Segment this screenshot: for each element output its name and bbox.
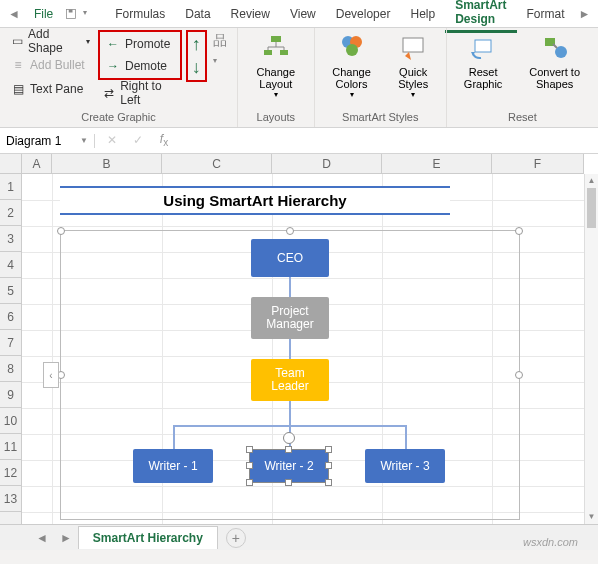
row-header[interactable]: 1 bbox=[0, 174, 21, 200]
tab-formulas[interactable]: Formulas bbox=[105, 3, 175, 25]
resize-handle[interactable] bbox=[325, 446, 332, 453]
col-header-c[interactable]: C bbox=[162, 154, 272, 173]
row-header[interactable]: 4 bbox=[0, 252, 21, 278]
smartart-graphic[interactable]: ‹ CEO Project Manager Team Leader Writer… bbox=[60, 230, 520, 520]
resize-handle[interactable] bbox=[285, 479, 292, 486]
quick-styles-label: Quick Styles bbox=[392, 66, 434, 90]
col-header-d[interactable]: D bbox=[272, 154, 382, 173]
move-down-icon[interactable]: ↓ bbox=[192, 57, 201, 78]
fx-icon[interactable]: fx bbox=[155, 132, 173, 148]
reset-icon bbox=[467, 32, 499, 64]
scroll-down-icon[interactable]: ▼ bbox=[585, 510, 598, 524]
row-header[interactable]: 5 bbox=[0, 278, 21, 304]
resize-handle[interactable] bbox=[286, 227, 294, 235]
layout-dropdown-icon[interactable]: 品▾ bbox=[213, 32, 229, 66]
scroll-up-icon[interactable]: ▲ bbox=[585, 174, 598, 188]
text-pane-button[interactable]: ▤Text Pane bbox=[6, 78, 94, 100]
save-icon[interactable] bbox=[65, 8, 77, 20]
node-team-leader[interactable]: Team Leader bbox=[251, 359, 329, 401]
add-bullet-button: ≡Add Bullet bbox=[6, 54, 94, 76]
col-header-b[interactable]: B bbox=[52, 154, 162, 173]
resize-handle[interactable] bbox=[57, 227, 65, 235]
cancel-formula-icon: ✕ bbox=[103, 133, 121, 147]
name-box[interactable]: Diagram 1 ▼ bbox=[0, 134, 95, 148]
rtl-icon: ⇄ bbox=[102, 85, 116, 101]
enter-formula-icon: ✓ bbox=[129, 133, 147, 147]
tab-help[interactable]: Help bbox=[400, 3, 445, 25]
promote-label: Promote bbox=[125, 37, 170, 51]
reset-graphic-button[interactable]: Reset Graphic bbox=[453, 30, 513, 92]
node-ceo[interactable]: CEO bbox=[251, 239, 329, 277]
node-writer-2[interactable]: Writer - 2 ⟳ bbox=[249, 449, 329, 483]
promote-icon: ← bbox=[105, 36, 121, 52]
scroll-thumb[interactable] bbox=[587, 188, 596, 228]
file-menu[interactable]: File bbox=[26, 3, 61, 25]
add-shape-button[interactable]: ▭Add Shape▾ bbox=[6, 30, 94, 52]
tab-nav-right[interactable]: ► bbox=[575, 7, 595, 21]
row-header[interactable]: 2 bbox=[0, 200, 21, 226]
row-header[interactable]: 6 bbox=[0, 304, 21, 330]
tab-developer[interactable]: Developer bbox=[326, 3, 401, 25]
sheet-tab-active[interactable]: SmartArt Hierarchy bbox=[78, 526, 218, 549]
sheet-nav-prev[interactable]: ◄ bbox=[30, 531, 54, 545]
svg-rect-4 bbox=[280, 50, 288, 55]
tab-nav-left[interactable]: ◄ bbox=[4, 7, 24, 21]
group-smartart-styles: SmartArt Styles bbox=[321, 109, 440, 125]
row-header[interactable]: 9 bbox=[0, 382, 21, 408]
add-bullet-label: Add Bullet bbox=[30, 58, 85, 72]
resize-handle[interactable] bbox=[246, 446, 253, 453]
svg-rect-3 bbox=[264, 50, 272, 55]
resize-handle[interactable] bbox=[285, 446, 292, 453]
col-header-f[interactable]: F bbox=[492, 154, 584, 173]
tab-view[interactable]: View bbox=[280, 3, 326, 25]
svg-point-11 bbox=[346, 44, 358, 56]
status-bar bbox=[0, 550, 598, 564]
promote-button[interactable]: ←Promote bbox=[101, 33, 179, 55]
node-project-manager[interactable]: Project Manager bbox=[251, 297, 329, 339]
rotate-handle[interactable]: ⟳ bbox=[283, 432, 295, 444]
right-to-left-button[interactable]: ⇄Right to Left bbox=[98, 82, 182, 104]
rtl-label: Right to Left bbox=[120, 79, 178, 107]
change-layout-icon bbox=[260, 32, 292, 64]
change-colors-button[interactable]: Change Colors▾ bbox=[321, 30, 383, 101]
name-box-dropdown-icon[interactable]: ▼ bbox=[80, 136, 88, 145]
quick-styles-button[interactable]: Quick Styles▾ bbox=[386, 30, 440, 101]
svg-line-17 bbox=[553, 44, 557, 48]
resize-handle[interactable] bbox=[246, 462, 253, 469]
resize-handle[interactable] bbox=[246, 479, 253, 486]
connector bbox=[405, 425, 407, 449]
node-writer-3[interactable]: Writer - 3 bbox=[365, 449, 445, 483]
tab-data[interactable]: Data bbox=[175, 3, 220, 25]
row-header[interactable]: 13 bbox=[0, 486, 21, 512]
demote-button[interactable]: →Demote bbox=[101, 55, 179, 77]
row-header[interactable]: 8 bbox=[0, 356, 21, 382]
qat-dropdown-icon[interactable]: ▾ bbox=[83, 8, 95, 20]
resize-handle[interactable] bbox=[515, 227, 523, 235]
row-header[interactable]: 3 bbox=[0, 226, 21, 252]
add-shape-label: Add Shape bbox=[28, 27, 80, 55]
col-header-e[interactable]: E bbox=[382, 154, 492, 173]
resize-handle[interactable] bbox=[325, 462, 332, 469]
vertical-scrollbar[interactable]: ▲ ▼ bbox=[584, 174, 598, 524]
demote-label: Demote bbox=[125, 59, 167, 73]
row-header[interactable]: 10 bbox=[0, 408, 21, 434]
svg-rect-1 bbox=[69, 9, 73, 12]
change-layout-button[interactable]: Change Layout▾ bbox=[244, 30, 308, 101]
row-header[interactable]: 12 bbox=[0, 460, 21, 486]
row-header[interactable]: 11 bbox=[0, 434, 21, 460]
row-header[interactable]: 7 bbox=[0, 330, 21, 356]
convert-to-shapes-button[interactable]: Convert to Shapes bbox=[517, 30, 592, 92]
tab-format[interactable]: Format bbox=[517, 3, 575, 25]
move-up-icon[interactable]: ↑ bbox=[192, 34, 201, 55]
change-colors-icon bbox=[336, 32, 368, 64]
convert-label: Convert to Shapes bbox=[523, 66, 586, 90]
add-sheet-button[interactable]: + bbox=[226, 528, 246, 548]
text-pane-toggle[interactable]: ‹ bbox=[43, 362, 59, 388]
resize-handle[interactable] bbox=[515, 371, 523, 379]
col-header-a[interactable]: A bbox=[22, 154, 52, 173]
sheet-nav-next[interactable]: ► bbox=[54, 531, 78, 545]
select-all-corner[interactable] bbox=[0, 154, 22, 174]
tab-review[interactable]: Review bbox=[221, 3, 280, 25]
node-writer-1[interactable]: Writer - 1 bbox=[133, 449, 213, 483]
resize-handle[interactable] bbox=[325, 479, 332, 486]
